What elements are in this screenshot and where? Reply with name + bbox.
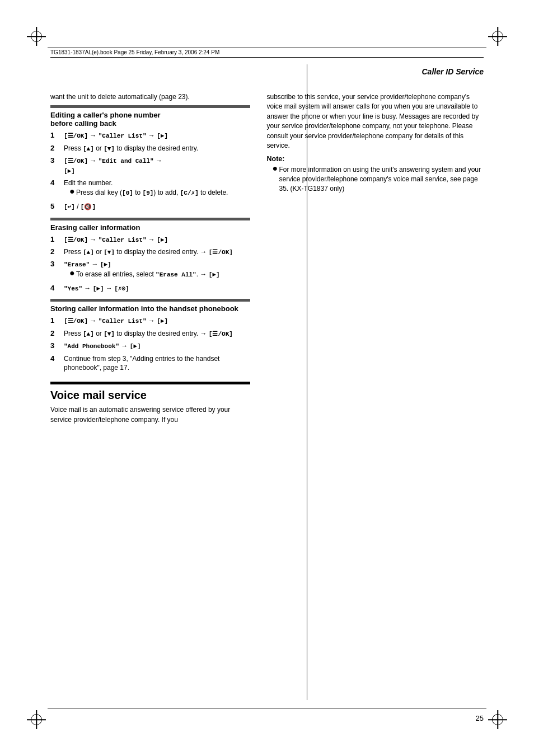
section-storing-bar (50, 299, 250, 302)
right-intro-text: subscribe to this service, your service … (267, 92, 484, 151)
top-border-line (48, 48, 486, 48)
editing-step-1: 1 [☰/OK] → "Caller List" → [►] (50, 131, 250, 140)
erasing-step-2: 2 Press [▲] or [▼] to display the desire… (50, 247, 250, 257)
note-section: Note: ● For more information on using th… (267, 155, 484, 193)
reg-mark-bottom-right (492, 714, 503, 725)
voice-mail-body: Voice mail is an automatic answering ser… (50, 405, 250, 425)
editing-step-3: 3 [☰/OK] → "Edit and Call" →[►] (50, 156, 250, 176)
header-info-text: TG1831-1837AL(e).book Page 25 Friday, Fe… (50, 49, 219, 55)
reg-mark-top-left (31, 31, 42, 42)
section-erasing-bar (50, 218, 250, 220)
erasing-step-3: 3 "Erase" → [►] ● To erase all entries, … (50, 260, 250, 281)
section-storing: Storing caller information into the hand… (50, 299, 250, 373)
erasing-step-4: 4 "Yes" → [►] → [✗⊙] (50, 284, 250, 293)
editing-step-5: 5 [↩] / [🔇] (50, 202, 250, 212)
storing-step-4: 4 Continue from step 3, "Adding entries … (50, 354, 250, 373)
voice-mail-bar (50, 382, 250, 384)
note-bullet-1: ● For more information on using the unit… (273, 165, 484, 193)
left-column: want the unit to delete automatically (p… (50, 64, 259, 700)
reg-mark-top-right (492, 31, 503, 42)
storing-step-1: 1 [☰/OK] → "Caller List" → [►] (50, 316, 250, 326)
storing-step-3: 3 "Add Phonebook" → [►] (50, 341, 250, 351)
erasing-step-3-bullet: ● To erase all entries, select "Erase Al… (69, 270, 250, 279)
section-storing-header: Storing caller information into the hand… (50, 304, 250, 313)
editing-step-4: 4 Edit the number. ● Press dial key ([0]… (50, 179, 250, 199)
note-bullet-1-text: For more information on using the unit's… (279, 165, 484, 193)
section-editing: Editing a caller's phone numberbefore ca… (50, 105, 250, 212)
section-erasing-header: Erasing caller information (50, 223, 250, 232)
section-erasing: Erasing caller information 1 [☰/OK] → "C… (50, 218, 250, 294)
erasing-step-1: 1 [☰/OK] → "Caller List" → [►] (50, 235, 250, 245)
left-intro-text: want the unit to delete automatically (p… (50, 92, 250, 102)
section-editing-header: Editing a caller's phone numberbefore ca… (50, 111, 250, 128)
header-info: TG1831-1837AL(e).book Page 25 Friday, Fe… (50, 49, 484, 58)
storing-step-2: 2 Press [▲] or [▼] to display the desire… (50, 329, 250, 339)
note-label: Note: (267, 155, 484, 163)
page-number: 25 (476, 714, 484, 722)
editing-step-2: 2 Press [▲] or [▼] to display the desire… (50, 144, 250, 153)
reg-mark-bottom-left (31, 714, 42, 725)
right-column: subscribe to this service, your service … (259, 64, 484, 700)
voice-mail-title: Voice mail service (50, 389, 250, 402)
content-area: want the unit to delete automatically (p… (50, 64, 484, 700)
page: TG1831-1837AL(e).book Page 25 Friday, Fe… (0, 0, 534, 756)
voice-mail-section: Voice mail service Voice mail is an auto… (50, 382, 250, 425)
bottom-border-line (48, 708, 486, 708)
editing-step-4-bullet: ● Press dial key ([0] to [9]) to add, [C… (69, 188, 250, 198)
section-editing-bar (50, 105, 250, 108)
